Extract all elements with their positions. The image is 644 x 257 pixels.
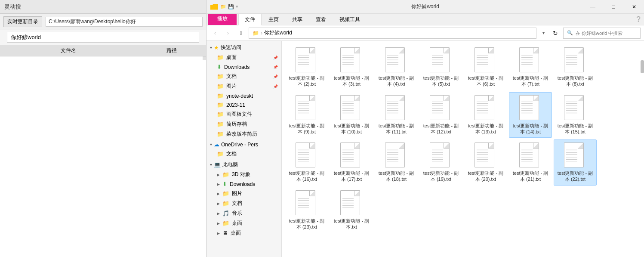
file-icon-shape — [475, 47, 494, 72]
file-line — [521, 64, 533, 65]
path-refresh-button[interactable]: ↻ — [550, 28, 561, 38]
sidebar-item-desktop[interactable]: 📁 桌面 📌 — [206, 53, 281, 62]
file-item[interactable]: test更新功能 - 副本 (4).txt — [375, 44, 418, 90]
file-line — [298, 202, 309, 202]
file-name: test更新功能 - 副本 (16).txt — [287, 170, 326, 183]
file-line — [298, 103, 309, 104]
close-button[interactable]: ✕ — [624, 0, 644, 14]
sidebar-item-paintboard[interactable]: 📁 画图板文件 — [206, 109, 281, 119]
file-item[interactable]: test更新功能 - 副本 (23).txt — [285, 187, 328, 233]
sidebar-item-resume2[interactable]: 📁 菜改版本简历 — [206, 129, 281, 139]
file-name: test更新功能 - 副本 (22).txt — [556, 170, 595, 183]
file-item[interactable]: test更新功能 - 副本 (18).txt — [375, 139, 418, 186]
path-current: 你好鲸world — [264, 29, 292, 37]
file-line — [387, 59, 398, 59]
sidebar-item-music[interactable]: ▶ 🎵 音乐 — [206, 208, 281, 218]
file-line — [298, 54, 309, 54]
up-button[interactable]: ⇧ — [236, 28, 246, 38]
file-icon — [430, 142, 452, 168]
sidebar-item-onedrive-docs[interactable]: 📁 文档 — [206, 149, 281, 159]
file-item[interactable]: test更新功能 - 副本 (10).txt — [330, 92, 373, 138]
file-item[interactable]: test更新功能 - 副本 (5).txt — [419, 44, 462, 90]
sidebar-item-pictures[interactable]: 📁 图片 📌 — [206, 81, 281, 91]
sidebar-item-resume[interactable]: 📁 简历存档 — [206, 119, 281, 129]
search-input-left[interactable] — [7, 32, 199, 43]
file-item[interactable]: test更新功能 - 副本 (7).txt — [509, 44, 552, 90]
sidebar-item-ynote[interactable]: 📁 ynote-deskt — [206, 91, 281, 100]
path-home-icon: 📁 — [253, 30, 259, 36]
file-item[interactable]: test更新功能 - 副本 (21).txt — [509, 139, 552, 186]
resume2-folder-icon: 📁 — [217, 131, 224, 137]
sidebar-item-downloads2[interactable]: ▶ ⬇ Downloads — [206, 180, 281, 189]
file-item[interactable]: test更新功能 - 副本 (6).txt — [464, 44, 507, 90]
sidebar-item-2023[interactable]: 📁 2023-11 — [206, 100, 281, 109]
tab-home[interactable]: 主页 — [262, 14, 285, 25]
sidebar-item-pictures2[interactable]: ▶ 📁 图片 — [206, 189, 281, 198]
minimize-button[interactable]: — — [583, 0, 603, 14]
file-item[interactable]: test更新功能 - 副本 (17).txt — [330, 139, 373, 186]
forward-button[interactable]: › — [223, 28, 233, 38]
maximize-button[interactable]: □ — [604, 0, 623, 14]
file-line — [342, 114, 354, 114]
sidebar-item-3d[interactable]: ▶ 📁 3D 对象 — [206, 170, 281, 180]
path-separator: › — [261, 30, 262, 36]
file-line — [477, 152, 488, 153]
file-name: test更新功能 - 副本 (21).txt — [511, 170, 550, 183]
search-input[interactable] — [576, 31, 636, 36]
file-line — [387, 103, 398, 104]
file-name: test更新功能 - 副本 (5).txt — [422, 75, 460, 87]
file-item[interactable]: test更新功能 - 副本 (16).txt — [285, 139, 328, 186]
file-line — [477, 114, 488, 114]
sidebar-item-desktop3[interactable]: ▶ 🖥 桌面 — [206, 228, 281, 238]
sidebar-item-docs2[interactable]: ▶ 📁 文档 — [206, 198, 281, 208]
file-item[interactable]: test更新功能 - 副本 (20).txt — [464, 139, 507, 186]
file-line — [477, 108, 488, 109]
tab-play[interactable]: 播放 — [208, 14, 237, 25]
desktop2-folder-icon: 📁 — [222, 220, 229, 226]
file-item[interactable]: test更新功能 - 副本 (22).txt — [554, 139, 597, 186]
file-item[interactable]: test更新功能 - 副本 (15).txt — [554, 92, 597, 138]
file-line — [387, 66, 398, 66]
tab-view[interactable]: 查看 — [309, 14, 333, 25]
file-item[interactable]: test更新功能 - 副本 (8).txt — [554, 44, 597, 90]
sidebar-item-downloads[interactable]: ⬇ Downloads 📌 — [206, 62, 281, 71]
thispc-header[interactable]: ▾ 💻 此电脑 — [206, 160, 281, 170]
file-item[interactable]: test更新功能 - 副本 (14).txt — [509, 92, 552, 138]
file-line — [477, 154, 488, 155]
file-item[interactable]: test更新功能 - 副本 (11).txt — [375, 92, 418, 138]
file-item[interactable]: test更新功能 - 副本 (19).txt — [419, 139, 462, 186]
file-icon — [385, 47, 407, 73]
file-line — [566, 54, 577, 54]
tab-file[interactable]: 文件 — [238, 14, 262, 25]
address-path[interactable]: 📁 › 你好鲸world — [249, 28, 536, 39]
file-item[interactable]: test更新功能 - 副本 (9).txt — [285, 92, 328, 138]
ribbon-expand-icon[interactable]: ? — [636, 15, 641, 24]
tab-share[interactable]: 共享 — [286, 14, 309, 25]
refresh-button[interactable]: 实时更新目录 — [3, 16, 42, 27]
file-icon-shape — [475, 95, 494, 120]
file-icon-shape — [519, 47, 539, 72]
back-button[interactable]: ‹ — [210, 28, 220, 38]
file-line — [387, 154, 398, 155]
file-item[interactable]: test更新功能 - 副本 (2).txt — [285, 44, 328, 90]
downloads-icon: ⬇ — [217, 64, 222, 70]
main-content: ▾ ★ 快速访问 📁 桌面 📌 ⬇ Downloads 📌 📁 文档 — [206, 41, 644, 257]
docs-folder-icon: 📁 — [217, 73, 224, 80]
file-line — [387, 102, 398, 102]
file-item[interactable]: test更新功能 - 副本 (13).txt — [464, 92, 507, 138]
file-item[interactable]: test更新功能 - 副本.txt — [330, 187, 373, 233]
quickaccess-header[interactable]: ▾ ★ 快速访问 — [206, 43, 281, 53]
onedrive-header[interactable]: ▾ ☁ OneDrive - Pers — [206, 140, 281, 149]
file-lines — [521, 54, 533, 68]
sidebar-item-docs[interactable]: 📁 文档 📌 — [206, 71, 281, 81]
tab-video-tools[interactable]: 视频工具 — [333, 14, 367, 25]
file-lines — [387, 149, 398, 163]
file-item[interactable]: test更新功能 - 副本 (3).txt — [330, 44, 373, 90]
file-item[interactable]: test更新功能 - 副本 (12).txt — [419, 92, 462, 138]
sidebar-item-desktop2[interactable]: ▶ 📁 桌面 — [206, 218, 281, 228]
search-box: 🔍 — [563, 28, 641, 39]
file-line — [432, 64, 443, 65]
file-name: test更新功能 - 副本 (12).txt — [422, 123, 460, 135]
path-dropdown-button[interactable]: ▾ — [539, 28, 548, 38]
file-line — [566, 66, 577, 66]
